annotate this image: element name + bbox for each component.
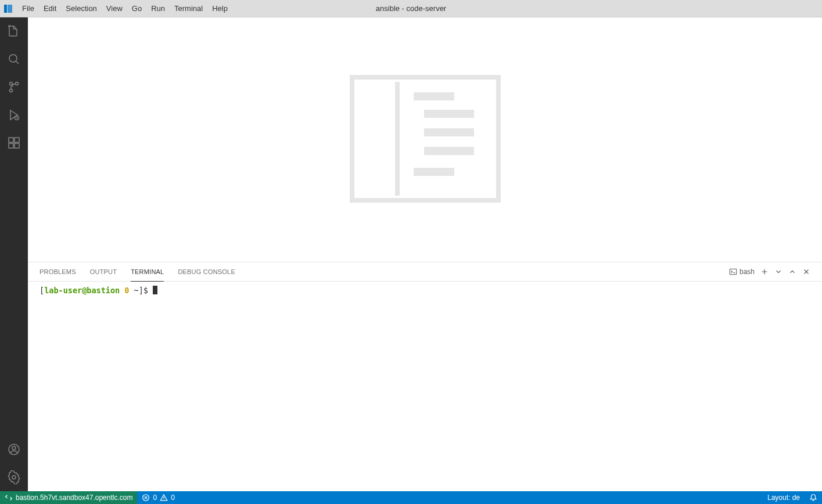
svg-rect-18 [424, 110, 474, 118]
menu-help[interactable]: Help [207, 0, 232, 17]
editor-empty-state [28, 17, 822, 262]
panel-tab-debug-console[interactable]: Debug Console [178, 262, 235, 282]
menu-selection[interactable]: Selection [61, 0, 101, 17]
svg-rect-7 [9, 138, 13, 142]
status-keyboard-layout[interactable]: Layout: de [763, 491, 805, 504]
panel-tab-output[interactable]: Output [90, 262, 117, 282]
prompt-open-bracket: [ [40, 286, 44, 295]
warnings-count: 0 [171, 494, 175, 502]
terminal-icon [729, 268, 737, 276]
svg-rect-17 [414, 92, 454, 100]
menu-edit[interactable]: Edit [39, 0, 61, 17]
panel-maximize-button[interactable] [787, 267, 798, 277]
activity-search[interactable] [0, 45, 28, 73]
prompt-cwd: ~]$ [129, 286, 153, 295]
prompt-user-host: lab-user@bastion [44, 286, 120, 295]
terminal-launch-profile-dropdown[interactable] [773, 267, 784, 277]
errors-count: 0 [153, 494, 157, 502]
plus-icon [760, 268, 769, 276]
panel-close-button[interactable] [801, 267, 812, 277]
svg-rect-16 [395, 82, 400, 196]
menu-terminal[interactable]: Terminal [170, 0, 207, 17]
status-bar: bastion.5h7vt.sandbox47.opentlc.com 0 0 … [0, 491, 822, 504]
chevron-up-icon [788, 268, 796, 276]
menu-bar: File Edit Selection View Go Run Terminal… [0, 0, 822, 17]
editor-column: Problems Output Terminal Debug Console b… [28, 17, 822, 491]
svg-rect-21 [414, 168, 454, 176]
svg-point-4 [10, 82, 13, 85]
svg-point-13 [12, 476, 16, 479]
activity-extensions[interactable] [0, 129, 28, 157]
svg-rect-10 [15, 138, 19, 142]
activity-explorer[interactable] [0, 17, 28, 45]
svg-point-5 [10, 89, 13, 92]
activity-settings[interactable] [0, 463, 28, 491]
close-icon [802, 268, 810, 276]
terminal-shell-selector[interactable]: bash [728, 267, 756, 277]
svg-rect-15 [357, 82, 393, 196]
panel-actions: bash [728, 267, 812, 277]
svg-point-12 [12, 447, 16, 450]
new-terminal-button[interactable] [759, 267, 770, 277]
svg-rect-19 [424, 128, 474, 136]
menu-view[interactable]: View [102, 0, 127, 17]
status-remote-host[interactable]: bastion.5h7vt.sandbox47.opentlc.com [0, 491, 137, 504]
panel-tabs: Problems Output Terminal Debug Console b… [28, 262, 822, 282]
panel-tab-terminal[interactable]: Terminal [131, 262, 164, 282]
svg-rect-8 [9, 143, 13, 148]
warning-icon [160, 494, 168, 502]
menu-run[interactable]: Run [146, 0, 170, 17]
menu-go[interactable]: Go [127, 0, 146, 17]
svg-rect-22 [730, 269, 736, 275]
chevron-down-icon [774, 268, 782, 276]
error-icon [142, 494, 150, 502]
svg-rect-0 [4, 5, 7, 13]
status-notifications[interactable] [805, 491, 822, 504]
svg-point-3 [16, 82, 19, 85]
svg-point-2 [9, 55, 17, 62]
activity-source-control[interactable] [0, 73, 28, 101]
app-icon [3, 4, 13, 13]
svg-rect-20 [424, 147, 474, 155]
layout-label: Layout: de [767, 494, 800, 502]
svg-rect-1 [8, 5, 12, 13]
panel-tab-problems[interactable]: Problems [40, 262, 76, 282]
window-title: ansible - code-server [376, 4, 446, 13]
activity-run-debug[interactable] [0, 101, 28, 129]
empty-editor-watermark [350, 75, 501, 204]
shell-label: bash [740, 268, 755, 276]
remote-host-label: bastion.5h7vt.sandbox47.opentlc.com [16, 494, 132, 502]
bell-icon [809, 494, 817, 502]
remote-icon [5, 494, 13, 502]
terminal-body[interactable]: [lab-user@bastion 0 ~]$ [28, 282, 822, 491]
main-area: Problems Output Terminal Debug Console b… [0, 17, 822, 491]
svg-rect-9 [15, 143, 19, 148]
terminal-cursor [153, 286, 157, 294]
bottom-panel: Problems Output Terminal Debug Console b… [28, 262, 822, 491]
menu-file[interactable]: File [17, 0, 39, 17]
status-problems[interactable]: 0 0 [137, 491, 179, 504]
activity-accounts[interactable] [0, 435, 28, 463]
activity-bar [0, 17, 28, 491]
